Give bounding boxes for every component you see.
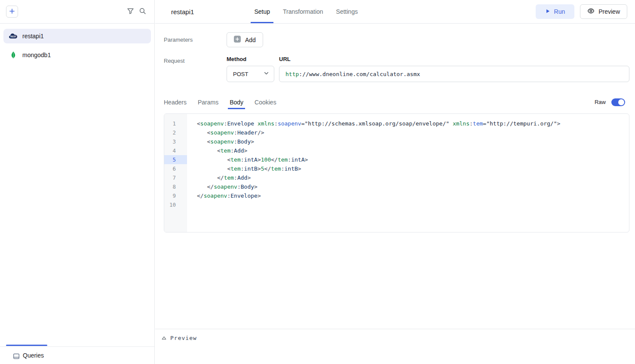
main-tabs: SetupTransformationSettings [254,0,358,23]
line-number: 5 [164,155,187,164]
request-label: Request [164,56,227,82]
body-tab-params[interactable]: Params [198,95,218,109]
line-number: 8 [164,182,187,191]
plus-icon [9,8,15,15]
filter-button[interactable] [124,6,136,18]
main-panel: restapi1 SetupTransformationSettings Run… [155,0,635,364]
url-field-group: URL http://www.dneonline.com/calculator.… [279,56,629,82]
add-parameter-button[interactable]: Add [227,32,263,47]
expand-up-icon [162,335,166,340]
line-number: 6 [164,164,187,173]
line-number: 2 [164,128,187,137]
body-tab-cookies[interactable]: Cookies [255,95,276,109]
sidebar-item-label: restapi1 [22,33,44,40]
url-value: http://www.dneonline.com/calculator.asmx [285,71,420,77]
queries-tab-label[interactable]: Queries [23,352,44,359]
line-number: 10 [164,200,187,209]
body-tabs: HeadersParamsBodyCookies [164,95,288,109]
setup-panel: Parameters Add Request Method POST [155,24,635,329]
raw-toggle[interactable] [611,98,625,106]
sidebar-header [0,0,154,24]
sidebar-footer: Queries [0,346,154,364]
parameters-label: Parameters [164,37,227,43]
editor-gutter: 12345678910 [164,114,187,232]
restapi-icon: REST [9,33,18,40]
line-number: 9 [164,191,187,200]
code-line: <tem:Add> [197,146,626,155]
method-label: Method [227,56,274,62]
code-line: <tem:intB>5</tem:intB> [197,164,626,173]
parameters-row: Parameters Add [164,32,629,47]
url-label: URL [279,56,629,62]
add-parameter-label: Add [245,37,256,43]
method-field-group: Method POST [227,56,274,82]
raw-toggle-group: Raw [595,95,629,109]
body-tab-headers[interactable]: Headers [164,95,187,109]
method-value: POST [233,71,248,77]
sidebar: RESTrestapi1mongodb1 Queries [0,0,155,364]
body-tab-body[interactable]: Body [230,95,243,109]
line-number: 7 [164,173,187,182]
run-button-label: Run [554,8,565,15]
url-input[interactable]: http://www.dneonline.com/calculator.asmx [279,66,629,82]
chevron-down-icon [263,70,270,78]
preview-button[interactable]: Preview [580,4,627,19]
preview-panel-header[interactable]: Preview [155,329,635,364]
sidebar-item-mongodb1[interactable]: mongodb1 [3,48,151,62]
code-line: </tem:Add> [197,173,626,182]
header-actions: Run Preview [536,4,627,19]
svg-text:REST: REST [10,35,16,38]
query-list: RESTrestapi1mongodb1 [0,24,154,67]
play-icon [545,8,550,15]
code-line: </soapenv:Envelope> [197,191,626,200]
sidebar-item-label: mongodb1 [22,52,51,58]
code-editor[interactable]: 12345678910 <soapenv:Envelope xmlns:soap… [164,113,629,232]
filter-icon [127,7,134,16]
code-line: </soapenv:Body> [197,182,626,191]
line-number: 1 [164,119,187,128]
plus-square-icon [234,36,241,44]
preview-button-label: Preview [598,8,620,15]
code-line: <soapenv:Body> [197,137,626,146]
method-select[interactable]: POST [227,66,274,82]
query-title: restapi1 [171,8,194,15]
code-line [197,200,626,209]
active-tab-indicator [6,345,47,346]
toggle-knob [618,99,624,105]
body-tabs-row: HeadersParamsBodyCookies Raw [164,95,629,109]
mongodb-icon [9,51,18,59]
request-row: Request Method POST URL http://www.dneon… [164,56,629,82]
line-number: 4 [164,146,187,155]
tab-setup[interactable]: Setup [254,0,270,23]
app-root: RESTrestapi1mongodb1 Queries restapi1 Se… [0,0,635,364]
sidebar-item-restapi1[interactable]: RESTrestapi1 [3,29,151,43]
queries-icon [13,352,20,360]
code-line: <soapenv:Envelope xmlns:soapenv="http://… [197,119,626,128]
line-number: 3 [164,137,187,146]
editor-content[interactable]: <soapenv:Envelope xmlns:soapenv="http://… [187,114,629,232]
add-query-button[interactable] [6,6,18,18]
search-icon [139,7,146,16]
preview-panel-label: Preview [170,335,197,341]
main-header: restapi1 SetupTransformationSettings Run… [155,0,635,24]
raw-label: Raw [595,99,606,105]
search-button[interactable] [136,6,148,18]
tab-settings[interactable]: Settings [336,0,358,23]
eye-icon [587,7,595,16]
code-line: <tem:intA>100</tem:intA> [197,155,626,164]
request-fields: Method POST URL http://www.dneonline.com… [227,56,629,82]
run-button[interactable]: Run [536,4,575,19]
code-line: <soapenv:Header/> [197,128,626,137]
tab-transformation[interactable]: Transformation [283,0,323,23]
